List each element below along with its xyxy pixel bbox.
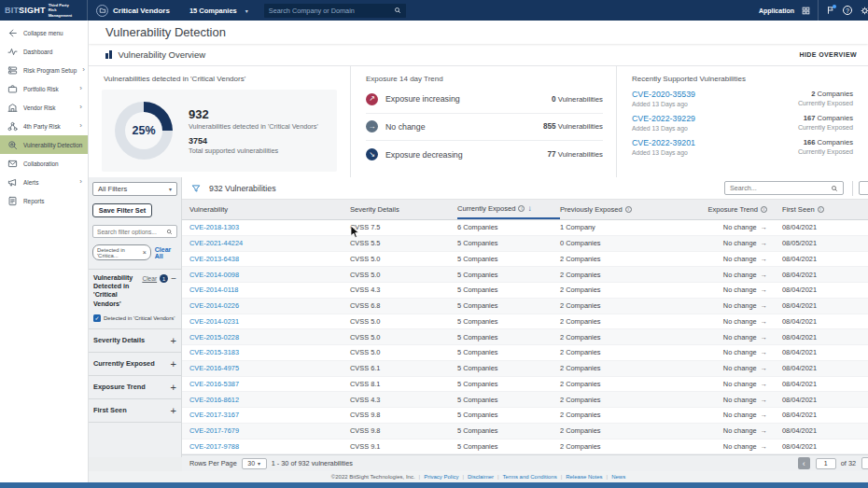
- detected-count-label: Vulnerabilities detected in 'Critical Ve…: [189, 122, 318, 131]
- rows-per-page-select[interactable]: 30 ▾: [242, 458, 267, 469]
- cve-link[interactable]: CVE-2022-39201: [632, 138, 695, 147]
- filter-group-vulnerability-detected: Vulnerability Detected in 'Critical Vend…: [89, 269, 181, 329]
- cve-link[interactable]: CVE-2017-7679: [182, 426, 350, 435]
- column-header-severity-details[interactable]: Severity Details: [350, 200, 457, 219]
- sidebar-item-risk-program-setup[interactable]: Risk Program Setup›: [0, 61, 88, 79]
- company-search[interactable]: [264, 4, 406, 18]
- cve-link[interactable]: CVE-2014-0098: [182, 271, 350, 279]
- column-header-first-seen[interactable]: First Seeni: [775, 200, 868, 219]
- table-row: CVE-2014-0098CVSS 5.05 Companies2 Compan…: [182, 267, 868, 283]
- trend-arrow-icon: →: [761, 317, 767, 326]
- footer-link-release-notes[interactable]: Release Notes: [566, 474, 602, 480]
- sidebar-item-collapse-menu[interactable]: Collapse menu: [0, 23, 88, 42]
- folder-name: Critical Vendors: [113, 7, 170, 15]
- trend-text: No change: [723, 333, 757, 342]
- filter-group-first-seen[interactable]: First Seen+: [89, 399, 181, 423]
- folder-selector[interactable]: Critical Vendors 15 Companies ▾: [88, 5, 257, 17]
- company-search-input[interactable]: [269, 7, 394, 15]
- page-number-input[interactable]: [816, 458, 836, 469]
- first-seen-cell: 08/04/2021: [775, 255, 868, 263]
- previous-page-button[interactable]: ‹: [798, 457, 810, 469]
- previously-exposed-cell: 2 Companies: [560, 380, 695, 388]
- collapse-group-icon[interactable]: −: [171, 275, 176, 283]
- cve-link[interactable]: CVE-2014-0118: [182, 286, 350, 294]
- info-icon: i: [761, 206, 767, 213]
- search-icon[interactable]: [394, 7, 401, 14]
- cve-link[interactable]: CVE-2014-0226: [182, 301, 350, 310]
- app-grid-icon[interactable]: [802, 7, 810, 15]
- sidebar-item-collaboration[interactable]: Collaboration: [0, 154, 88, 173]
- all-filters-dropdown[interactable]: All Filters ▾: [92, 182, 177, 196]
- cve-link[interactable]: CVE-2018-1303: [182, 223, 350, 231]
- trend-value: 855 Vulnerabilities: [543, 122, 603, 131]
- column-header-exposure-trend[interactable]: Exposure Trendi: [695, 200, 775, 219]
- notifications-icon[interactable]: [826, 6, 835, 15]
- search-icon[interactable]: [831, 185, 838, 192]
- cve-link[interactable]: CVE-2015-0228: [182, 333, 350, 342]
- column-header-previously-exposed[interactable]: Previously Exposedi: [560, 200, 695, 219]
- table-search-input[interactable]: [730, 184, 831, 192]
- bitsight-logo[interactable]: BITSIGHT Third Party Risk Management: [0, 3, 87, 17]
- filter-search[interactable]: [92, 225, 177, 238]
- overview-body: Vulnerabilities detected in 'Critical Ve…: [89, 66, 868, 177]
- cve-link[interactable]: CVE-2017-3167: [182, 411, 350, 419]
- sidebar-item-dashboard[interactable]: Dashboard: [0, 42, 88, 61]
- sidebar-item-vulnerability-detection[interactable]: Vulnerability Detection: [0, 135, 88, 154]
- previously-exposed-cell: 2 Companies: [560, 301, 695, 310]
- cve-link[interactable]: CVE-2020-35539: [632, 90, 695, 99]
- application-label[interactable]: Application: [759, 7, 794, 14]
- table-body: CVE-2018-1303CVSS 7.56 Companies1 Compan…: [182, 220, 868, 454]
- column-settings-button[interactable]: [859, 181, 868, 195]
- hide-overview-button[interactable]: HIDE OVERVIEW: [800, 51, 857, 58]
- recent-vulnerability-info: CVE-2020-35539Added 13 Days ago: [632, 90, 695, 107]
- cve-link[interactable]: CVE-2022-39229: [632, 114, 695, 123]
- cve-link[interactable]: CVE-2016-4975: [182, 364, 350, 372]
- filter-group-severity-details[interactable]: Severity Details+: [89, 329, 181, 353]
- column-header-vulnerability[interactable]: Vulnerability: [182, 200, 350, 219]
- footer-link-terms-and-conditions[interactable]: Terms and Conditions: [503, 474, 557, 480]
- footer-link-privacy-policy[interactable]: Privacy Policy: [424, 474, 458, 480]
- cve-link[interactable]: CVE-2021-44224: [182, 239, 350, 247]
- sidebar-item-4th-party-risk[interactable]: 4th Party Risk›: [0, 117, 88, 135]
- exposure-trend-cell: No change→: [723, 348, 775, 356]
- cve-link[interactable]: CVE-2014-0231: [182, 317, 350, 326]
- sidebar-item-reports[interactable]: Reports: [0, 191, 88, 210]
- filter-checkbox-row[interactable]: ✓ Detected in 'Critical Vendors': [93, 314, 176, 322]
- cve-link[interactable]: CVE-2013-6438: [182, 255, 350, 263]
- checkbox-checked-icon[interactable]: ✓: [93, 314, 101, 322]
- companies-count: 166 Companies: [798, 138, 853, 146]
- sidebar-item-alerts[interactable]: Alerts›: [0, 173, 88, 191]
- trend-panel: Exposure 14 day Trend ↗Exposure increasi…: [350, 66, 616, 177]
- footer-link-disclaimer[interactable]: Disclaimer: [468, 474, 494, 480]
- settings-gear-icon[interactable]: [860, 6, 868, 16]
- severity-cell: CVSS 5.5: [350, 239, 457, 247]
- column-header-currently-exposed[interactable]: Currently Exposedi↓: [457, 200, 560, 219]
- filter-search-input[interactable]: [97, 229, 166, 235]
- clear-all-link[interactable]: Clear All: [155, 246, 177, 259]
- clear-filter-link[interactable]: Clear: [142, 275, 157, 282]
- close-icon[interactable]: ×: [143, 249, 147, 256]
- filter-chip[interactable]: Detected in 'Critica... ×: [92, 244, 151, 260]
- footer-separator: |: [561, 474, 563, 480]
- exposure-trend-cell: No change→: [723, 442, 775, 451]
- cve-link[interactable]: CVE-2015-3183: [182, 348, 350, 356]
- filter-group-exposure-trend[interactable]: Exposure Trend+: [89, 376, 181, 399]
- severity-cell: CVSS 5.0: [350, 333, 457, 342]
- table-row: CVE-2018-1303CVSS 7.56 Companies1 Compan…: [182, 220, 868, 236]
- table-search[interactable]: [724, 181, 844, 195]
- sidebar-item-label: Vulnerability Detection: [23, 142, 82, 148]
- cve-link[interactable]: CVE-2016-8612: [182, 396, 350, 404]
- sidebar-item-portfolio-risk[interactable]: Portfolio Risk›: [0, 79, 88, 98]
- next-page-button[interactable]: [861, 457, 868, 469]
- trend-arrow-icon: →: [761, 380, 767, 388]
- funnel-icon: [191, 184, 201, 193]
- filter-group-currently-exposed[interactable]: Currently Exposed+: [89, 353, 181, 376]
- save-filter-set-button[interactable]: Save Filter Set: [92, 203, 152, 217]
- footer-link-news[interactable]: News: [611, 474, 625, 480]
- sidebar-item-vendor-risk[interactable]: Vendor Risk›: [0, 98, 88, 117]
- cve-link[interactable]: CVE-2017-9788: [182, 442, 350, 451]
- cve-link[interactable]: CVE-2016-5387: [182, 380, 350, 388]
- exposure-trend-cell: No change→: [723, 255, 775, 263]
- help-icon[interactable]: ?: [843, 6, 852, 15]
- table-row: CVE-2017-9788CVSS 9.15 Companies2 Compan…: [182, 439, 868, 455]
